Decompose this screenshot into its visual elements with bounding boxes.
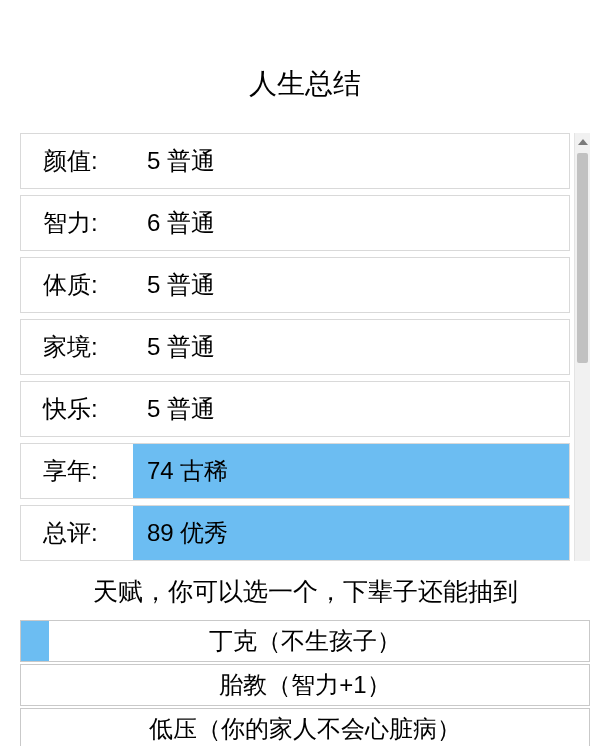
stat-label: 享年: [21,444,133,498]
stat-label: 智力: [21,196,133,250]
talent-option[interactable]: 胎教（智力+1） [20,664,590,706]
stat-row: 颜值: 5 普通 [20,133,570,189]
stat-value: 89 优秀 [133,506,569,560]
stat-label: 总评: [21,506,133,560]
stat-row: 智力: 6 普通 [20,195,570,251]
scrollbar-track[interactable] [574,133,590,561]
stat-value: 5 普通 [133,320,569,374]
page-title: 人生总结 [0,0,610,133]
stat-label: 体质: [21,258,133,312]
stat-value: 5 普通 [133,134,569,188]
stat-label: 家境: [21,320,133,374]
scrollbar-up-icon[interactable] [575,133,590,151]
stats-list: 颜值: 5 普通 智力: 6 普通 体质: 5 普通 家境: 5 普通 快乐: … [20,133,570,561]
stats-scroll-area: 颜值: 5 普通 智力: 6 普通 体质: 5 普通 家境: 5 普通 快乐: … [20,133,590,561]
talent-option[interactable]: 低压（你的家人不会心脏病） [20,708,590,746]
talent-text: 丁克（不生孩子） [209,625,401,657]
talent-option[interactable]: 丁克（不生孩子） [20,620,590,662]
talent-text: 低压（你的家人不会心脏病） [149,713,461,745]
talent-heading: 天赋，你可以选一个，下辈子还能抽到 [20,575,590,608]
stat-row: 总评: 89 优秀 [20,505,570,561]
stat-value: 5 普通 [133,382,569,436]
stat-label: 快乐: [21,382,133,436]
stat-value: 5 普通 [133,258,569,312]
stat-value: 6 普通 [133,196,569,250]
talent-text: 胎教（智力+1） [219,669,390,701]
talent-section: 天赋，你可以选一个，下辈子还能抽到 丁克（不生孩子） 胎教（智力+1） 低压（你… [20,575,590,746]
scrollbar-thumb[interactable] [577,153,588,363]
selected-marker [21,621,49,661]
stat-value: 74 古稀 [133,444,569,498]
stat-row: 家境: 5 普通 [20,319,570,375]
stat-label: 颜值: [21,134,133,188]
stat-row: 享年: 74 古稀 [20,443,570,499]
stat-row: 快乐: 5 普通 [20,381,570,437]
stat-row: 体质: 5 普通 [20,257,570,313]
